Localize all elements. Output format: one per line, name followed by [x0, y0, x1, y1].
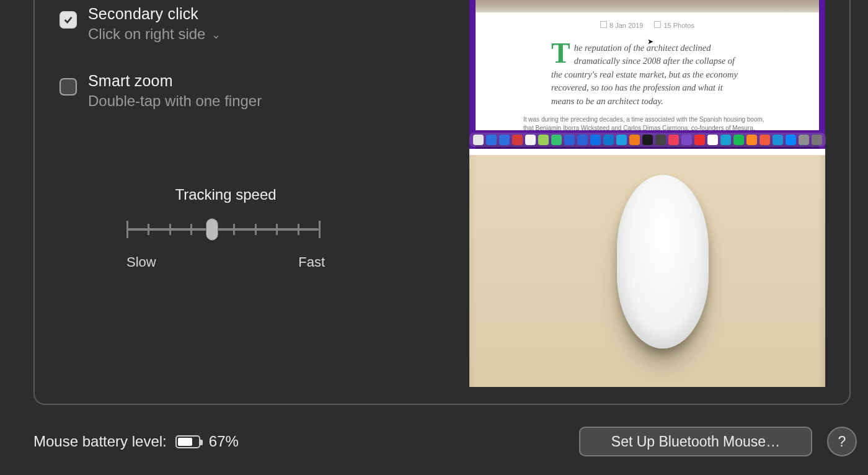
drop-cap: T [551, 42, 574, 65]
dock-app-icon [603, 135, 614, 145]
calendar-icon [600, 21, 607, 28]
battery-status: Mouse battery level: 67% [33, 433, 239, 450]
dock-app-icon [720, 135, 731, 145]
checkmark-icon [63, 14, 74, 25]
tracking-speed-section: Tracking speed Slow Fast [126, 186, 325, 270]
dock-app-icon [512, 135, 523, 145]
option-secondary-click: Secondary click Click on right side ⌄ [60, 5, 221, 43]
battery-percent: 67% [209, 433, 239, 450]
preview-photo [476, 0, 819, 12]
smart-zoom-checkbox[interactable] [60, 78, 77, 95]
dock-app-icon [773, 135, 783, 145]
dock-app-icon [681, 135, 692, 145]
dock-app-icon [525, 135, 536, 145]
slider-tick [233, 224, 235, 235]
slider-min-label: Slow [126, 254, 156, 270]
slider-tick [190, 224, 192, 235]
dock-app-icon [707, 135, 718, 145]
dock-app-icon [655, 135, 666, 145]
dock-app-icon [668, 135, 679, 145]
dock-app-icon [799, 135, 809, 145]
slider-tick [298, 224, 299, 235]
slider-tick [276, 224, 278, 235]
chevron-down-icon: ⌄ [211, 28, 221, 42]
preview-dock [476, 130, 819, 149]
dock-app-icon [616, 135, 627, 145]
slider-tick [319, 221, 321, 238]
slider-tick [148, 224, 149, 235]
secondary-click-dropdown[interactable]: Click on right side ⌄ [88, 25, 221, 43]
preview-desk [469, 155, 825, 387]
photos-icon [654, 21, 661, 28]
dock-app-icon [694, 135, 705, 145]
article-meta: 8 Jan 2019 15 Photos [476, 21, 819, 29]
article-fineprint: It was during the preceding decades, a t… [523, 115, 771, 131]
slider-tick [126, 221, 128, 238]
battery-icon [175, 435, 200, 448]
dock-app-icon [629, 135, 640, 145]
dock-app-icon [564, 135, 575, 145]
article-body: The reputation of the architect declined… [551, 42, 743, 108]
preview-pane: 8 Jan 2019 15 Photos ➤ The reputation of… [469, 0, 825, 387]
dock-app-icon [760, 135, 770, 145]
dock-app-icon [577, 135, 588, 145]
dock-app-icon [642, 135, 653, 145]
smart-zoom-subtitle: Double-tap with one finger [88, 92, 262, 110]
smart-zoom-title: Smart zoom [88, 72, 262, 90]
dock-app-icon [538, 135, 549, 145]
preview-mouse [617, 175, 709, 348]
slider-tick [169, 224, 171, 235]
cursor-icon: ➤ [647, 37, 653, 46]
dock-app-icon [590, 135, 601, 145]
help-button[interactable]: ? [827, 427, 857, 456]
dock-app-icon [551, 135, 562, 145]
dock-app-icon [786, 135, 796, 145]
option-smart-zoom: Smart zoom Double-tap with one finger [60, 72, 262, 110]
dock-app-icon [812, 135, 822, 145]
slider-max-label: Fast [298, 254, 325, 270]
dock-app-icon [486, 135, 497, 145]
secondary-click-title: Secondary click [88, 5, 221, 23]
slider-thumb[interactable] [206, 218, 218, 241]
tracking-speed-label: Tracking speed [126, 186, 325, 203]
preview-screen: 8 Jan 2019 15 Photos ➤ The reputation of… [469, 0, 825, 155]
dock-app-icon [733, 135, 744, 145]
dock-app-icon [746, 135, 757, 145]
tracking-speed-slider[interactable] [126, 217, 325, 242]
dock-app-icon [473, 135, 484, 145]
preview-article: 8 Jan 2019 15 Photos ➤ The reputation of… [476, 12, 819, 130]
secondary-click-subtitle: Click on right side [88, 25, 205, 43]
slider-tick [255, 224, 257, 235]
battery-label: Mouse battery level: [33, 433, 167, 450]
slider-track [126, 228, 319, 231]
secondary-click-checkbox[interactable] [60, 11, 77, 29]
setup-bluetooth-mouse-button[interactable]: Set Up Bluetooth Mouse… [579, 427, 812, 456]
dock-app-icon [499, 135, 510, 145]
